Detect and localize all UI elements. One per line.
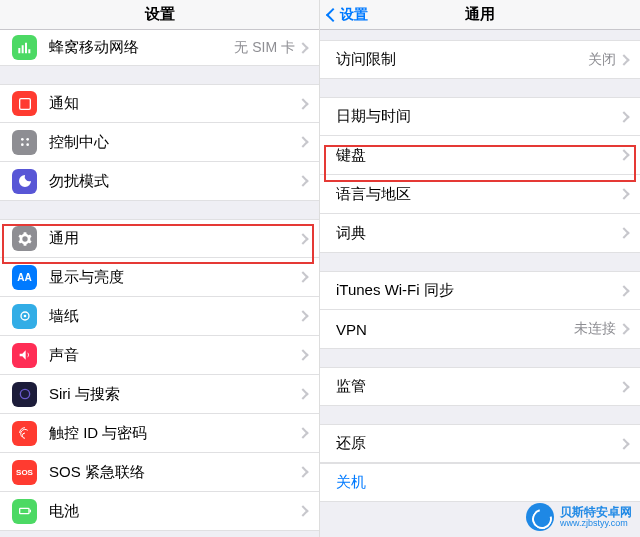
battery-icon: [12, 499, 37, 524]
row-battery[interactable]: 电池: [0, 492, 319, 531]
svg-point-1: [21, 138, 24, 141]
chevron-right-icon: [297, 427, 308, 438]
wallpaper-icon: [12, 304, 37, 329]
keyboard-label: 键盘: [336, 146, 620, 165]
general-pane: 设置 通用 访问限制 关闭 日期与时间 键盘 语言与地区: [320, 0, 640, 537]
chevron-right-icon: [297, 505, 308, 516]
chevron-right-icon: [297, 136, 308, 147]
row-reset[interactable]: 还原: [320, 424, 640, 463]
notifications-icon: [12, 91, 37, 116]
display-icon-text: AA: [17, 272, 31, 283]
chevron-right-icon: [618, 149, 629, 160]
chevron-right-icon: [297, 271, 308, 282]
battery-label: 电池: [49, 502, 299, 521]
itunes-label: iTunes Wi-Fi 同步: [336, 281, 620, 300]
touchid-icon: [12, 421, 37, 446]
cellular-icon: [12, 35, 37, 60]
general-icon: [12, 226, 37, 251]
row-sound[interactable]: 声音: [0, 336, 319, 375]
row-dnd[interactable]: 勿扰模式: [0, 162, 319, 201]
back-button[interactable]: 设置: [328, 0, 368, 30]
row-control-center[interactable]: 控制中心: [0, 123, 319, 162]
siri-label: Siri 与搜索: [49, 385, 299, 404]
settings-root-pane: 设置 蜂窝移动网络 无 SIM 卡 通知: [0, 0, 320, 537]
watermark-url: www.zjbstyy.com: [560, 519, 632, 528]
chevron-right-icon: [297, 310, 308, 321]
chevron-right-icon: [297, 98, 308, 109]
sos-icon: SOS: [12, 460, 37, 485]
chevron-right-icon: [297, 233, 308, 244]
sos-icon-text: SOS: [16, 468, 33, 477]
chevron-right-icon: [297, 175, 308, 186]
row-cellular[interactable]: 蜂窝移动网络 无 SIM 卡: [0, 30, 319, 66]
chevron-right-icon: [618, 323, 629, 334]
general-label: 通用: [49, 229, 299, 248]
row-language[interactable]: 语言与地区: [320, 175, 640, 214]
row-notifications[interactable]: 通知: [0, 84, 319, 123]
header-title-left: 设置: [145, 5, 175, 24]
svg-rect-9: [29, 510, 30, 513]
header-title-right: 通用: [465, 5, 495, 24]
row-general[interactable]: 通用: [0, 219, 319, 258]
language-label: 语言与地区: [336, 185, 620, 204]
chevron-right-icon: [618, 227, 629, 238]
back-label: 设置: [340, 6, 368, 24]
touchid-label: 触控 ID 与密码: [49, 424, 299, 443]
sos-label: SOS 紧急联络: [49, 463, 299, 482]
chevron-right-icon: [618, 438, 629, 449]
display-label: 显示与亮度: [49, 268, 299, 287]
chevron-right-icon: [297, 388, 308, 399]
restrictions-label: 访问限制: [336, 50, 588, 69]
row-touchid[interactable]: 触控 ID 与密码: [0, 414, 319, 453]
row-sos[interactable]: SOS SOS 紧急联络: [0, 453, 319, 492]
watermark: 贝斯特安卓网 www.zjbstyy.com: [526, 503, 632, 531]
regulatory-label: 监管: [336, 377, 620, 396]
row-shutdown[interactable]: 关机: [320, 463, 640, 502]
sound-label: 声音: [49, 346, 299, 365]
svg-point-3: [21, 143, 24, 146]
svg-point-2: [26, 138, 29, 141]
display-icon: AA: [12, 265, 37, 290]
watermark-title: 贝斯特安卓网: [560, 506, 632, 519]
datetime-label: 日期与时间: [336, 107, 620, 126]
row-restrictions[interactable]: 访问限制 关闭: [320, 40, 640, 79]
svg-point-6: [23, 315, 26, 318]
vpn-value: 未连接: [574, 320, 616, 338]
chevron-right-icon: [297, 466, 308, 477]
restrictions-value: 关闭: [588, 51, 616, 69]
svg-point-7: [20, 389, 29, 398]
row-itunes-sync[interactable]: iTunes Wi-Fi 同步: [320, 271, 640, 310]
control-center-label: 控制中心: [49, 133, 299, 152]
watermark-logo-icon: [526, 503, 554, 531]
chevron-right-icon: [618, 111, 629, 122]
siri-icon: [12, 382, 37, 407]
cellular-value: 无 SIM 卡: [234, 39, 295, 57]
dictionary-label: 词典: [336, 224, 620, 243]
chevron-right-icon: [618, 285, 629, 296]
svg-rect-0: [19, 98, 30, 109]
header-left: 设置: [0, 0, 319, 30]
svg-point-4: [26, 143, 29, 146]
chevron-right-icon: [618, 54, 629, 65]
row-keyboard[interactable]: 键盘: [320, 136, 640, 175]
row-regulatory[interactable]: 监管: [320, 367, 640, 406]
row-display[interactable]: AA 显示与亮度: [0, 258, 319, 297]
row-vpn[interactable]: VPN 未连接: [320, 310, 640, 349]
chevron-right-icon: [297, 42, 308, 53]
row-siri[interactable]: Siri 与搜索: [0, 375, 319, 414]
dnd-label: 勿扰模式: [49, 172, 299, 191]
row-datetime[interactable]: 日期与时间: [320, 97, 640, 136]
chevron-right-icon: [618, 188, 629, 199]
reset-label: 还原: [336, 434, 620, 453]
shutdown-label: 关机: [336, 473, 366, 492]
svg-rect-8: [19, 508, 28, 513]
row-wallpaper[interactable]: 墙纸: [0, 297, 319, 336]
sound-icon: [12, 343, 37, 368]
cellular-label: 蜂窝移动网络: [49, 38, 234, 57]
chevron-right-icon: [297, 349, 308, 360]
notifications-label: 通知: [49, 94, 299, 113]
row-dictionary[interactable]: 词典: [320, 214, 640, 253]
control-center-icon: [12, 130, 37, 155]
chevron-left-icon: [326, 8, 340, 22]
vpn-label: VPN: [336, 321, 574, 338]
